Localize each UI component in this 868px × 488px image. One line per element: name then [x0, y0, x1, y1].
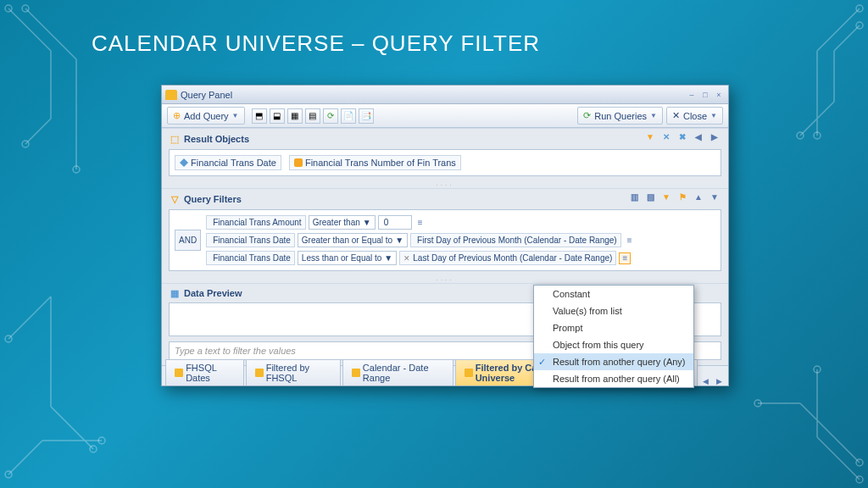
operator-select[interactable]: Less than or Equal to▼ [298, 251, 397, 265]
dimension-icon [180, 158, 188, 167]
toolbar-icon-5[interactable]: ⟳ [323, 108, 338, 124]
query-filters-box[interactable]: AND Financial Trans Amount Greater than▼… [169, 209, 721, 271]
tab-scroll-left-icon[interactable]: ◀ [699, 377, 711, 385]
filter-section-icon: ▽ [169, 193, 181, 205]
tab-calendar-date-range[interactable]: Calendar - Date Range [342, 359, 453, 385]
query-filters-header: ▽ Query Filters ▥ ▧ ▼ ⚑ ▲ ▼ [162, 188, 728, 209]
toolbar-icon-2[interactable]: ⬓ [270, 108, 285, 124]
collapse-up-icon[interactable]: ▲ [692, 192, 705, 206]
dropdown-arrow-icon: ▼ [650, 112, 657, 119]
resize-grip[interactable]: ···· [162, 181, 728, 188]
add-query-button[interactable]: ⊕ Add Query ▼ [167, 107, 245, 125]
run-queries-label: Run Queries [594, 111, 647, 121]
run-queries-button[interactable]: ⟳ Run Queries ▼ [577, 107, 663, 125]
tool-icon[interactable]: ▼ [659, 192, 673, 206]
close-button[interactable]: ✕ Close ▼ [666, 107, 723, 125]
menu-item-object-from-query[interactable]: Object from this query [534, 336, 693, 353]
filter-object[interactable]: Financial Trans Amount [206, 215, 306, 230]
tool-icon[interactable]: ▧ [643, 192, 657, 206]
close-label: Close [683, 111, 707, 121]
tab-fhsql-dates[interactable]: FHSQL Dates [165, 359, 244, 385]
close-icon[interactable]: × [713, 89, 725, 101]
operator-label: Less than or Equal to [302, 253, 382, 263]
filter-value-input[interactable]: 0 [378, 215, 412, 230]
menu-item-prompt[interactable]: Prompt [534, 319, 693, 336]
tab-filtered-by-fhsql[interactable]: Filtered by FHSQL [246, 359, 341, 385]
dropdown-arrow-icon: ▼ [363, 218, 371, 227]
result-objects-box[interactable]: Financial Trans Date Financial Trans Num… [169, 149, 721, 176]
filter-value-result[interactable]: First Day of Previous Month (Calendar - … [410, 233, 621, 247]
toolbar-icon-group: ⬒ ⬓ ▦ ▤ ⟳ 📄 📑 [252, 108, 374, 124]
main-toolbar: ⊕ Add Query ▼ ⬒ ⬓ ▦ ▤ ⟳ 📄 📑 ⟳ Run Querie… [162, 104, 728, 128]
filter-object-label: Financial Trans Amount [213, 218, 302, 227]
chip-label: Financial Trans Number of Fin Trans [305, 158, 456, 168]
menu-item-result-all[interactable]: Result from another query (All) [534, 370, 693, 387]
tool-icon[interactable]: ▥ [627, 192, 641, 206]
folder-icon [165, 90, 177, 100]
preview-icon: ▦ [169, 287, 181, 299]
filter-row: Financial Trans Amount Greater than▼ 0 ≡ [206, 215, 715, 230]
operand-menu-icon[interactable]: ≡ [415, 217, 426, 229]
result-objects-header: ⬚ Result Objects ▼ ✕ ✖ ◀ ▶ [162, 128, 728, 149]
expand-down-icon[interactable]: ▼ [708, 192, 721, 206]
operand-menu-icon[interactable]: ≡ [619, 252, 631, 264]
toolbar-icon-6[interactable]: 📄 [341, 108, 356, 124]
result-icon: ⬚ [169, 133, 181, 145]
toolbar-icon-1[interactable]: ⬒ [252, 108, 267, 124]
result-object-chip[interactable]: Financial Trans Date [175, 155, 281, 170]
filter-row: Financial Trans Date Greater than or Equ… [206, 233, 715, 247]
result-object-chip[interactable]: Financial Trans Number of Fin Trans [289, 155, 461, 170]
tab-icon [352, 369, 360, 377]
operand-type-menu: Constant Value(s) from list Prompt Objec… [533, 285, 694, 388]
minimize-icon[interactable]: – [686, 89, 698, 101]
dropdown-arrow-icon: ▼ [710, 112, 717, 119]
window-controls: – □ × [686, 89, 725, 101]
filter-value-label: Last Day of Previous Month (Calendar - D… [413, 253, 612, 263]
remove-icon[interactable]: ✕ [403, 254, 410, 263]
filter-object[interactable]: Financial Trans Date [206, 233, 295, 247]
nav-right-icon[interactable]: ▶ [708, 132, 721, 146]
tab-label: Filtered by FHSQL [266, 363, 331, 383]
data-preview-label: Data Preview [184, 288, 242, 298]
clear-icon[interactable]: ✕ [659, 132, 673, 146]
refresh-icon: ⟳ [583, 110, 591, 121]
toolbar-icon-3[interactable]: ▦ [287, 108, 303, 124]
filter-icon[interactable]: ▼ [643, 132, 657, 146]
logical-operator[interactable]: AND [175, 230, 201, 251]
dropdown-arrow-icon: ▼ [232, 112, 239, 119]
tab-icon [465, 369, 473, 377]
query-panel-window: Query Panel – □ × ⊕ Add Query ▼ ⬒ ⬓ ▦ ▤ … [161, 85, 729, 386]
maximize-icon[interactable]: □ [699, 89, 711, 101]
add-query-label: Add Query [184, 111, 229, 121]
dropdown-arrow-icon: ▼ [395, 236, 403, 245]
tab-scroll-right-icon[interactable]: ▶ [713, 377, 725, 385]
filter-row: Financial Trans Date Less than or Equal … [206, 251, 715, 265]
result-objects-label: Result Objects [184, 134, 249, 144]
filter-object-label: Financial Trans Date [213, 236, 291, 245]
toolbar-icon-4[interactable]: ▤ [305, 108, 320, 124]
operator-label: Greater than or Equal to [302, 236, 392, 245]
menu-item-values-from-list[interactable]: Value(s) from list [534, 302, 693, 319]
tab-label: Calendar - Date Range [363, 363, 444, 383]
tab-label: FHSQL Dates [186, 363, 234, 383]
dropdown-arrow-icon: ▼ [384, 253, 392, 263]
menu-item-result-any[interactable]: Result from another query (Any) [534, 353, 693, 370]
delete-icon[interactable]: ✖ [676, 132, 689, 146]
filter-value-label: First Day of Previous Month (Calendar - … [417, 236, 617, 245]
tab-icon [255, 369, 264, 377]
filter-value-result[interactable]: ✕Last Day of Previous Month (Calendar - … [399, 251, 616, 265]
slide-background: CALENDAR UNIVERSE – QUERY FILTER Query P… [0, 0, 868, 488]
operand-menu-icon[interactable]: ≡ [624, 235, 636, 247]
menu-item-constant[interactable]: Constant [534, 286, 693, 302]
nav-left-icon[interactable]: ◀ [692, 132, 705, 146]
titlebar: Query Panel – □ × [162, 86, 728, 104]
window-title: Query Panel [181, 90, 686, 100]
operator-select[interactable]: Greater than or Equal to▼ [298, 233, 408, 247]
filter-object[interactable]: Financial Trans Date [206, 251, 295, 265]
resize-grip[interactable]: ···· [162, 276, 728, 283]
operator-select[interactable]: Greater than▼ [309, 215, 376, 230]
slide-title: CALENDAR UNIVERSE – QUERY FILTER [92, 30, 540, 57]
operator-label: Greater than [313, 218, 360, 227]
toolbar-icon-7[interactable]: 📑 [359, 108, 374, 124]
tool-icon[interactable]: ⚑ [676, 192, 689, 206]
